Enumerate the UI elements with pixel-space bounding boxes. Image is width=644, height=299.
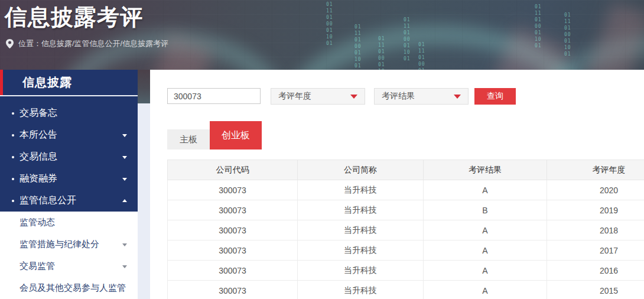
tab-active[interactable]: 创业板 — [210, 121, 262, 150]
page-body: 信息披露 交易备忘本所公告交易信息融资融券监管信息公开 监管动态监管措施与纪律处… — [0, 70, 644, 299]
table-cell: A — [424, 180, 547, 200]
sidebar-item-label: 交易备忘 — [19, 107, 57, 119]
binary-texture-column: 01 11 01 00 01 10 01 — [418, 41, 425, 70]
table-cell: 当升科技 — [298, 281, 424, 299]
table-cell: 2017 — [547, 240, 644, 261]
sidebar-item-label: 本所公告 — [19, 129, 57, 141]
table-row: 300073当升科技B2019 — [168, 200, 644, 220]
sidebar-item-label: 交易信息 — [19, 151, 57, 163]
table-cell: 2018 — [547, 220, 644, 240]
sidebar-subitem-label: 监管措施与纪律处分 — [19, 239, 99, 250]
sidebar-subitem[interactable]: 监管措施与纪律处分 — [0, 233, 138, 255]
sidebar-subitem[interactable]: 会员及其他交易参与人监管 — [0, 277, 138, 299]
sidebar-gutter — [138, 70, 150, 299]
sidebar-submenu: 监管动态监管措施与纪律处分交易监管会员及其他交易参与人监管 — [0, 212, 138, 299]
table-row: 300073当升科技A2017 — [168, 240, 644, 261]
binary-texture-column: 01 11 01 00 01 10 01 — [354, 24, 362, 69]
sidebar-item[interactable]: 融资融券 — [0, 168, 138, 190]
sidebar-item-label: 融资融券 — [19, 173, 57, 185]
chevron-down-icon — [122, 156, 127, 159]
table-cell: 300073 — [168, 240, 298, 261]
table-cell: 2016 — [547, 261, 644, 281]
sidebar-item[interactable]: 交易信息 — [0, 146, 138, 168]
chevron-down-icon — [122, 265, 127, 268]
sidebar-title: 信息披露 — [22, 74, 72, 90]
table-cell: A — [424, 220, 547, 240]
banner-streak — [583, 2, 644, 70]
sidebar-item[interactable]: 交易备忘 — [0, 102, 138, 124]
column-header: 考评年度 — [547, 160, 644, 180]
table-cell: 2019 — [547, 200, 644, 220]
table-cell: 当升科技 — [298, 180, 424, 200]
main-content: 考评年度 考评结果 查询 主板创业板 公司代码公司简称考评结果考评年度 3000… — [150, 70, 644, 299]
table-row: 300073当升科技A2018 — [168, 220, 644, 240]
sidebar-accent-bar — [0, 70, 3, 95]
year-dropdown[interactable]: 考评年度 — [271, 88, 365, 105]
results-table: 公司代码公司简称考评结果考评年度 300073当升科技A2020300073当升… — [167, 160, 644, 299]
table-row: 300073当升科技A2020 — [168, 180, 644, 200]
sidebar-item[interactable]: 监管信息公开 — [0, 190, 138, 212]
binary-texture-column: 01 11 01 00 01 10 01 — [535, 4, 542, 49]
table-header-row: 公司代码公司简称考评结果考评年度 — [168, 160, 644, 180]
chevron-down-icon — [122, 243, 127, 246]
table-cell: 300073 — [168, 180, 298, 200]
table-cell: 300073 — [168, 281, 298, 299]
filter-bar: 考评年度 考评结果 查询 — [167, 88, 644, 105]
board-tabs: 主板创业板 — [167, 121, 644, 150]
binary-texture-column: 01 11 01 00 01 10 01 — [326, 1, 333, 47]
bullet-icon — [12, 200, 14, 202]
chevron-down-icon — [350, 95, 357, 99]
bullet-icon — [12, 134, 14, 136]
bullet-icon — [12, 112, 14, 115]
page-title: 信息披露考评 — [5, 2, 143, 32]
table-row: 300073当升科技A2016 — [168, 261, 644, 281]
sidebar-subitem[interactable]: 交易监管 — [0, 255, 138, 277]
bullet-icon — [12, 178, 14, 180]
sidebar-subitem-label: 会员及其他交易参与人监管 — [19, 282, 126, 294]
sidebar-subitem-label: 交易监管 — [19, 261, 55, 272]
table-row: 300073当升科技A2015 — [168, 281, 644, 299]
chevron-down-icon — [122, 178, 127, 181]
table-cell: 300073 — [168, 200, 298, 220]
table-cell: 当升科技 — [298, 200, 424, 220]
table-cell: A — [424, 240, 547, 261]
chevron-down-icon — [122, 134, 127, 137]
table-cell: B — [424, 200, 547, 220]
column-header: 考评结果 — [424, 160, 547, 180]
chevron-down-icon — [454, 95, 461, 99]
chevron-up-icon — [122, 199, 127, 202]
table-cell: 300073 — [168, 261, 298, 281]
sidebar-subitem-label: 监管动态 — [19, 217, 55, 228]
sidebar-header: 信息披露 — [0, 70, 138, 96]
table-cell: A — [424, 281, 547, 299]
binary-texture-column: 01 11 01 00 01 10 01 — [378, 35, 385, 70]
table-cell: 2015 — [547, 281, 644, 299]
gutter-banner-shadow — [138, 70, 150, 103]
column-header: 公司简称 — [298, 160, 424, 180]
result-dropdown[interactable]: 考评结果 — [374, 88, 469, 105]
table-body: 300073当升科技A2020300073当升科技B2019300073当升科技… — [168, 180, 644, 299]
breadcrumb-text: 位置：信息披露/监管信息公开/信息披露考评 — [18, 38, 168, 49]
year-dropdown-label: 考评年度 — [278, 91, 311, 102]
column-header: 公司代码 — [168, 160, 298, 180]
binary-texture-column: 01 11 01 00 01 10 01 — [404, 17, 411, 62]
breadcrumb: 位置：信息披露/监管信息公开/信息披露考评 — [6, 38, 168, 49]
sidebar-subitem[interactable]: 监管动态 — [0, 212, 138, 233]
company-code-input[interactable] — [167, 88, 261, 104]
sidebar: 信息披露 交易备忘本所公告交易信息融资融券监管信息公开 监管动态监管措施与纪律处… — [0, 70, 138, 299]
page-banner: 01 11 01 00 01 10 0101 11 01 00 01 10 01… — [0, 0, 644, 70]
location-pin-icon — [6, 39, 14, 48]
gutter-fill — [138, 103, 150, 299]
sidebar-item-label: 监管信息公开 — [19, 194, 76, 207]
search-button[interactable]: 查询 — [474, 88, 516, 105]
table-cell: 300073 — [168, 220, 298, 240]
sidebar-item[interactable]: 本所公告 — [0, 124, 138, 146]
bullet-icon — [12, 156, 14, 158]
table-cell: 当升科技 — [298, 220, 424, 240]
results-table-container: 公司代码公司简称考评结果考评年度 300073当升科技A2020300073当升… — [167, 160, 644, 299]
table-cell: 当升科技 — [298, 240, 424, 261]
tab-inactive[interactable]: 主板 — [167, 129, 210, 150]
table-cell: 2020 — [547, 180, 644, 200]
table-cell: A — [424, 261, 547, 281]
result-dropdown-label: 考评结果 — [382, 91, 415, 102]
